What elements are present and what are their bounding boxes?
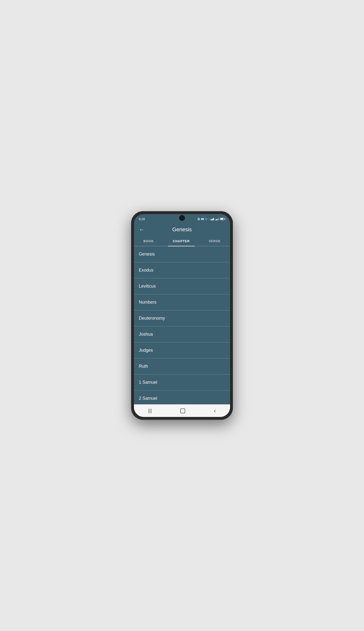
phone-frame: 6:28 🖼 📧 🐦 • xyxy=(131,211,233,420)
phone-screen: 6:28 🖼 📧 🐦 • xyxy=(134,214,230,417)
signal-icon xyxy=(210,218,214,220)
home-icon xyxy=(180,408,186,414)
list-item[interactable]: Judges xyxy=(134,342,230,358)
list-item[interactable]: 2 Samuel xyxy=(134,390,230,404)
tab-bar: BOOK CHAPTER VERSE xyxy=(134,236,230,246)
dot-icon: • xyxy=(209,218,210,220)
status-icons: 🖼 📧 🐦 • xyxy=(198,218,225,220)
camera-notch xyxy=(179,215,185,221)
back-nav-button[interactable]: ‹ xyxy=(209,405,221,416)
list-item[interactable]: Numbers xyxy=(134,294,230,310)
back-button[interactable]: ← xyxy=(139,226,145,233)
list-item[interactable]: Exodus xyxy=(134,262,230,278)
list-item[interactable]: Leviticus xyxy=(134,278,230,294)
twitter-icon: 🐦 xyxy=(205,218,208,220)
svg-rect-0 xyxy=(180,409,185,413)
gallery-icon: 🖼 xyxy=(198,218,200,220)
status-time: 6:28 xyxy=(139,217,145,221)
book-list: Genesis Exodus Leviticus Numbers Deutero… xyxy=(134,246,230,404)
list-item[interactable]: Genesis xyxy=(134,246,230,262)
list-item[interactable]: Joshua xyxy=(134,326,230,342)
header-title: Genesis xyxy=(148,226,216,233)
tab-verse[interactable]: VERSE xyxy=(204,236,226,246)
list-item-ruth[interactable]: Ruth xyxy=(134,358,230,374)
recent-apps-button[interactable]: ||| xyxy=(143,406,157,416)
tab-chapter[interactable]: CHAPTER xyxy=(168,236,194,246)
battery-icon xyxy=(220,218,225,220)
app-header: ← Genesis xyxy=(134,223,230,236)
list-item[interactable]: 1 Samuel xyxy=(134,374,230,390)
tab-book[interactable]: BOOK xyxy=(138,236,159,246)
list-item[interactable]: Deuteronomy xyxy=(134,310,230,326)
notification-icon: 📧 xyxy=(201,218,204,220)
bottom-nav: ||| ‹ xyxy=(134,404,230,417)
signal-icon-2 xyxy=(216,218,219,220)
home-button[interactable] xyxy=(175,406,190,416)
